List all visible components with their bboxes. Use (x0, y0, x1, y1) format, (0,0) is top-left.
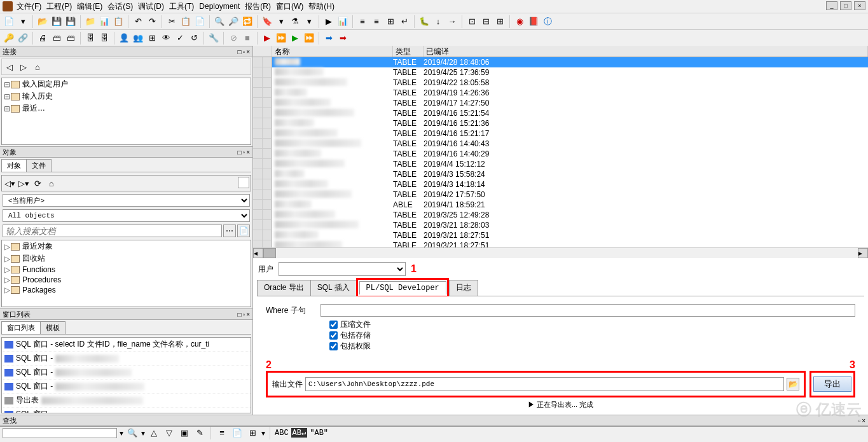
window-item[interactable]: SQL 窗口 - select ID 文件ID，file_name 文件名称，c… (2, 338, 251, 352)
user2-icon[interactable]: 👥 (132, 32, 144, 45)
indent-icon[interactable]: ≡ (356, 15, 369, 28)
tree-item[interactable]: ▷Packages (2, 285, 251, 295)
highlight-icon[interactable]: ▣ (178, 427, 191, 439)
edit-icon[interactable]: ✎ (193, 427, 206, 439)
save-icon[interactable]: 💾 (50, 15, 63, 28)
menu-item[interactable]: 报告(R) (245, 2, 271, 11)
replace-icon[interactable]: 🔁 (241, 15, 254, 28)
tab-objects[interactable]: 对象 (1, 159, 27, 172)
step-over-icon[interactable]: → (446, 15, 458, 28)
home-icon[interactable]: ⌂ (31, 60, 44, 73)
step-icon[interactable]: ↓ (432, 15, 444, 28)
wrench-icon[interactable]: 🔧 (207, 32, 220, 45)
table-row[interactable]: TABLE2019/4/16 15:21:17 (253, 128, 868, 139)
run1-icon[interactable]: ▶ (261, 32, 273, 45)
abc-label[interactable]: ABC (275, 429, 289, 438)
window-item[interactable]: SQL 窗口 - (2, 366, 251, 380)
menu-item[interactable]: 编辑(E) (77, 2, 102, 11)
where-input[interactable] (320, 304, 855, 317)
link-icon[interactable]: 🔗 (17, 32, 29, 45)
tab-templates[interactable]: 模板 (40, 321, 65, 334)
home2-icon[interactable]: ⌂ (45, 177, 58, 190)
view-icon[interactable]: 👁 (160, 32, 172, 45)
opts-icon[interactable]: ⊞ (246, 427, 259, 439)
table-row[interactable]: ABLE2019/4/1 18:59:21 (253, 200, 868, 210)
connect-tree[interactable]: ⊟载入固定用户⊟输入历史⊟最近… (1, 78, 251, 145)
export-button[interactable]: 导出 (813, 376, 851, 392)
db2-icon[interactable]: 🗃 (64, 32, 77, 45)
user-select[interactable] (279, 262, 406, 276)
debug-icon[interactable]: 🐛 (418, 15, 431, 28)
undo-icon[interactable]: ↶ (132, 15, 144, 28)
back-icon[interactable]: ◁ (3, 60, 16, 73)
tab-log[interactable]: 日志 (449, 280, 478, 296)
go2-icon[interactable]: ⏩ (303, 32, 315, 45)
rollback-icon[interactable]: ↺ (188, 32, 200, 45)
tab-sql-insert[interactable]: SQL 插入 (310, 280, 357, 296)
maximize-button[interactable]: □ (840, 1, 851, 10)
table-row[interactable]: TABLE2019/4/2 17:57:50 (253, 190, 868, 200)
fwd-icon[interactable]: ▷ (17, 60, 30, 73)
pin-icon[interactable]: □ (238, 48, 242, 55)
doc-icon[interactable]: 📄 (231, 427, 244, 439)
horizontal-scrollbar[interactable]: ◂▸ (253, 247, 868, 258)
bookmark-icon[interactable]: 🔖 (261, 15, 273, 28)
save-all-icon[interactable]: 💾 (64, 15, 77, 28)
tab-oracle-export[interactable]: Oracle 导出 (257, 280, 311, 296)
print-icon[interactable]: 🖨 (36, 32, 49, 45)
table-row[interactable]: TABLE2019/4/3 15:58:24 (253, 169, 868, 179)
ab-label[interactable]: AB↵ (291, 428, 308, 438)
cascade-icon[interactable]: ⊡ (465, 15, 478, 28)
menu-item[interactable]: 工具(T) (169, 2, 194, 11)
tab-plsql-developer[interactable]: PL/SQL Developer (359, 281, 446, 294)
copy-icon[interactable]: 📋 (179, 15, 192, 28)
table-row[interactable]: TABLE2019/4/16 14:40:43 (253, 139, 868, 149)
all-objects-select[interactable]: All objects (3, 209, 250, 222)
arrow2-icon[interactable]: ➡ (336, 32, 349, 45)
tree-item[interactable]: ▷最近对象 (2, 240, 251, 252)
table-row[interactable]: TABLE2019/4/4 15:12:12 (253, 159, 868, 169)
find-prev-icon[interactable]: △ (148, 427, 160, 439)
find-next-icon[interactable]: ▽ (163, 427, 176, 439)
menu-item[interactable]: 工程(P) (46, 2, 72, 11)
table-row[interactable]: TABLE2019/4/17 14:27:50 (253, 98, 868, 108)
minimize-button[interactable]: _ (826, 1, 837, 10)
menu-item[interactable]: 帮助(H) (308, 2, 334, 11)
explain-icon[interactable]: 📊 (336, 15, 349, 28)
window-item[interactable]: 导出表 (2, 394, 251, 408)
info-icon[interactable]: ⓘ (541, 15, 554, 28)
list-icon[interactable]: ≡ (216, 427, 228, 439)
ab-quoted[interactable]: "AB" (310, 429, 328, 438)
window-list[interactable]: SQL 窗口 - select ID 文件ID，file_name 文件名称，c… (1, 337, 251, 413)
menu-item[interactable]: 调试(D) (138, 2, 164, 11)
table-row[interactable]: TABLE2019/4/19 14:26:36 (253, 88, 868, 98)
tree-item[interactable]: ▷Functions (2, 265, 251, 275)
folder-icon[interactable]: 📁 (84, 15, 97, 28)
search-input[interactable] (3, 224, 222, 237)
table-icon[interactable]: ⊞ (146, 32, 158, 45)
paste-icon[interactable]: 📄 (193, 15, 206, 28)
col-type[interactable]: 类型 (393, 46, 424, 57)
search-opt-icon[interactable]: ⋯ (223, 224, 236, 237)
filter-icon[interactable]: ⚗ (289, 15, 301, 28)
tab-files[interactable]: 文件 (26, 159, 52, 172)
col-name[interactable]: 名称 (272, 46, 393, 57)
tree-item[interactable]: ⊟输入历史 (2, 90, 251, 102)
new-icon[interactable]: 📄 (3, 15, 15, 28)
chk-privs[interactable] (329, 342, 338, 350)
table-grid[interactable]: TABLE2019/4/28 18:48:06TABLE2019/4/25 17… (253, 57, 868, 247)
close-panel-icon[interactable]: × (246, 48, 250, 55)
user1-icon[interactable]: 👤 (118, 32, 130, 45)
oracle-icon[interactable]: ◉ (513, 15, 526, 28)
table-row[interactable]: TABLE2019/3/25 12:49:28 (253, 210, 868, 220)
find-input[interactable] (3, 428, 117, 438)
menu-item[interactable]: Deployment (199, 2, 240, 11)
db4-icon[interactable]: 🗄 (98, 32, 111, 45)
col-compiled[interactable]: 已编译 (424, 46, 868, 57)
wrap-icon[interactable]: ↵ (398, 15, 411, 28)
table-row[interactable]: TABLE2019/3/21 18:27:51 (253, 230, 868, 240)
run2-icon[interactable]: ⏩ (275, 32, 287, 45)
find-icon[interactable]: 🔍 (213, 15, 226, 28)
current-user-select[interactable]: <当前用户> (3, 194, 250, 207)
table-row[interactable]: TABLE2019/4/16 15:21:54 (253, 108, 868, 118)
